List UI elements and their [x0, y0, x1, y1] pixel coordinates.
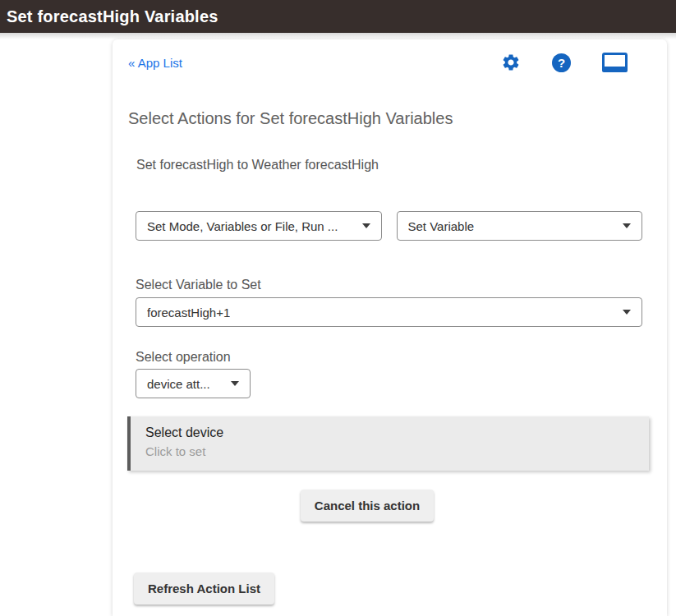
- page-heading: Select Actions for Set forecastHigh Vari…: [128, 109, 642, 128]
- cancel-row: Cancel this action: [128, 490, 642, 522]
- operation-select-value: device att...: [147, 377, 210, 391]
- variable-select-value: forecastHigh+1: [147, 306, 230, 319]
- variable-select[interactable]: forecastHigh+1: [136, 297, 642, 327]
- capability-select-value: Set Mode, Variables or File, Run ...: [147, 219, 338, 233]
- chevron-down-icon: [231, 381, 239, 386]
- app-header: Set forecastHigh Variables: [0, 0, 676, 33]
- cancel-action-button[interactable]: Cancel this action: [301, 490, 434, 522]
- help-question-glyph: ?: [552, 53, 571, 72]
- help-icon[interactable]: ?: [552, 53, 571, 72]
- variable-select-label: Select Variable to Set: [136, 278, 642, 292]
- action-summary: Set forecastHigh to Weather forecastHigh: [136, 158, 642, 172]
- card-toolbar: « App List ?: [128, 53, 642, 72]
- device-picker-title: Select device: [145, 425, 649, 440]
- device-picker[interactable]: Select device Click to set: [127, 416, 649, 471]
- chevron-down-icon: [623, 310, 631, 315]
- header-divider: [0, 33, 676, 39]
- toolbar-icons: ?: [501, 53, 628, 72]
- device-picker-hint: Click to set: [145, 444, 649, 458]
- action-type-row: Set Mode, Variables or File, Run ... Set…: [136, 211, 642, 241]
- page-title: Set forecastHigh Variables: [7, 7, 218, 26]
- app-window-glyph: [602, 53, 628, 72]
- action-select[interactable]: Set Variable: [397, 211, 643, 241]
- capability-select[interactable]: Set Mode, Variables or File, Run ...: [136, 211, 382, 241]
- app-list-link[interactable]: « App List: [128, 56, 182, 70]
- app-card: « App List ? Select Actions for Set fore…: [113, 39, 667, 616]
- gear-icon[interactable]: [501, 53, 521, 72]
- chevron-down-icon: [623, 223, 631, 228]
- operation-select-label: Select operation: [136, 350, 642, 365]
- action-select-value: Set Variable: [408, 219, 475, 233]
- app-window-icon[interactable]: [602, 53, 628, 72]
- refresh-action-list-button[interactable]: Refresh Action List: [134, 572, 274, 605]
- chevron-down-icon: [362, 223, 370, 228]
- operation-select[interactable]: device att...: [136, 369, 251, 398]
